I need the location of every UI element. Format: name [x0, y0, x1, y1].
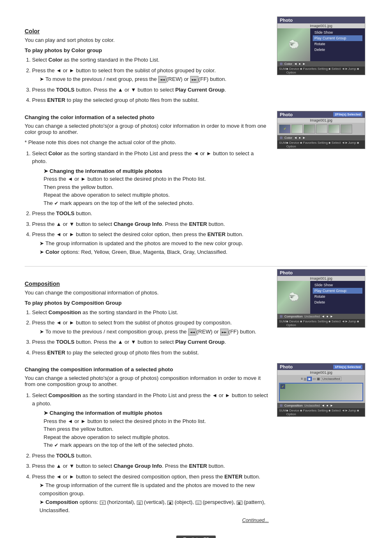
composition-change-section: Changing the composition information of …: [25, 363, 367, 523]
page: Color You can play and sort photos by co…: [0, 0, 392, 538]
ss-comp-bar: ≡ ||| ▣ ▭ ▦ Unclassified: [279, 377, 363, 381]
ss-filter-arrow2-4: ►: [330, 404, 333, 407]
ss-thumb-3: 🐑: [277, 281, 310, 314]
comp-step-2: Press the ◄ or ► button to select from t…: [32, 319, 269, 336]
ss-photo-label-1: Photo: [280, 18, 293, 23]
check-icon-4: ✓: [281, 385, 284, 389]
sheep-icon-1: 🐑: [288, 39, 300, 50]
color-change-desc: You can change a selected photo's(or a g…: [25, 123, 269, 135]
ss-menu-rotate-1: Rotate: [313, 41, 362, 47]
color-change-step-1: Select Color as the sorting standard in …: [32, 149, 269, 207]
composition-play-title: To play photos by Composition Group: [25, 300, 269, 306]
ss-header-1: Photo: [277, 17, 365, 23]
color-section: Color You can play and sort photos by co…: [25, 16, 367, 107]
ss-filter-sub-3: Unclassified: [304, 315, 320, 318]
color-change-screenshot: Photo 2File(s) Selected Image001.jpg ✓: [277, 111, 367, 149]
color-change-step-2: Press the TOOLS button.: [32, 209, 269, 218]
ss-sum-icons-2: ■ Device ■ Favorites Setting ■ Select ◄►…: [286, 141, 363, 148]
ss-thumb-1: 🐑: [277, 28, 310, 61]
comp-change-multi: ➤ Changing the information of multiple p…: [44, 409, 269, 449]
horiz-icon: ≡: [100, 501, 106, 505]
ss-filter-arrow2-2: ►: [302, 136, 306, 140]
comp-step-2-note: ➤ To move to the previous / next composi…: [39, 328, 269, 336]
ss-sum-2: SUM ■ Device ■ Favorites Setting ■ Selec…: [277, 140, 365, 149]
ss-filter-type-2: ⊟: [280, 136, 283, 140]
ss-big-thumb-4: ✓: [279, 383, 363, 401]
ss-sum-label-4: SUM: [279, 409, 286, 416]
ss-filter-arrow-4: ◄: [321, 404, 325, 407]
ff-icon: ►►: [190, 76, 198, 83]
ss-sum-icons-3: ■ Device ■ Favorites Setting ■ Select ◄►…: [286, 320, 363, 327]
rew-icon: ◄◄: [158, 76, 166, 83]
ss-filter-name-1: Color: [284, 62, 292, 66]
color-change-list: Select Color as the sorting standard in …: [32, 149, 269, 256]
ss-comp-icon-pat: ▦: [317, 377, 320, 381]
color-play-list: Select Color as the sorting standard in …: [32, 56, 269, 104]
ss-menu-3: Slide Show Play Current Group: Rotate De…: [310, 281, 365, 314]
ss-menu-rotate-3: Rotate: [313, 294, 362, 299]
ss-filter-arrow-2: ◄: [294, 136, 297, 140]
ss-thumb-grid-2: ✓: [277, 123, 365, 135]
ss-filter-name-4: Composition: [284, 404, 302, 407]
composition-desc: You can change the compositional informa…: [25, 290, 269, 296]
color-title: Color: [25, 28, 269, 34]
color-desc: You can play and sort photos by color.: [25, 37, 269, 43]
ss-filter-name-2: Color: [284, 136, 292, 140]
ss-sum-icons-1: ■ Device ■ Favorites Setting ■ Select ◄►…: [286, 67, 363, 74]
composition-section: Composition You can change the compositi…: [25, 269, 367, 359]
screenshot-color-change: Photo 2File(s) Selected Image001.jpg ✓: [277, 111, 365, 149]
color-text-col: Color You can play and sort photos by co…: [25, 16, 269, 107]
ss-sum-label-1: SUM: [279, 67, 286, 74]
composition-change-screenshot: Photo 1File(s) Selected Image001.jpg ≡ |…: [277, 363, 367, 417]
ss-sum-label-2: SUM: [279, 141, 286, 148]
ss-menu-playcurrent-3: Play Current Group:: [313, 288, 362, 294]
persp-icon: ▭: [196, 501, 201, 505]
color-change-text: Changing the color information of a sele…: [25, 111, 269, 259]
color-step-2: Press the ◄ or ► button to select from t…: [32, 67, 269, 83]
ss-sum-1: SUM ■ Device ■ Favorites Setting ■ Selec…: [277, 67, 365, 75]
sheep-icon-3: 🐑: [288, 292, 300, 303]
ss-comp-icon-o: ▣: [307, 377, 312, 381]
ss-filter-arrow-1: ◄: [294, 62, 297, 66]
ss-photo-area-1: 🐑 Slide Show Play Current Group Rotate D…: [277, 28, 365, 61]
color-change-title: Changing the color information of a sele…: [25, 114, 269, 120]
comp-change-note1: ➤ The group information of the current f…: [39, 481, 269, 497]
ss-filter-dot-4: ●: [326, 404, 328, 407]
comp-step-4: Press ENTER to play the selected group o…: [32, 349, 269, 357]
comp-change-step-3: Press the ▲ or ▼ button to select Change…: [32, 462, 269, 470]
ss-photo-label-3: Photo: [280, 270, 293, 275]
ss-filter-4: ⊟ Composition Unclassified ◄ ● ►: [277, 403, 365, 408]
screenshot-color-play: Photo Image001.jpg 🐑 Slide Show Play Cur…: [277, 16, 365, 75]
ss-comp-unclassified: Unclassified: [321, 377, 341, 381]
ss-filter-name-3: Composition: [284, 315, 302, 318]
color-change-section: Changing the color information of a sele…: [25, 111, 367, 259]
divider-1: [25, 266, 367, 267]
ss-menu-1: Slide Show Play Current Group Rotate Del…: [310, 28, 365, 61]
color-step-3: Press the TOOLS button. Press the ▲ or ▼…: [32, 86, 269, 94]
checkmark-1: ✔: [54, 200, 58, 206]
composition-change-text: Changing the composition information of …: [25, 363, 269, 523]
page-number-container: English - 75: [25, 536, 367, 538]
composition-change-list: Select Composition as the sorting standa…: [32, 391, 269, 514]
ss-grid-thumb-2: [291, 124, 303, 133]
ss-photo-label-2: Photo: [280, 112, 293, 117]
ss-filter-1: ⊟ Color ◄ ● ►: [277, 61, 365, 67]
continued-text: Continued...: [25, 517, 269, 523]
ss-filter-arrow2-3: ►: [330, 315, 333, 318]
ss-header-2: Photo 2File(s) Selected: [277, 111, 365, 118]
comp-step-3: Press the TOOLS button. Press the ▲ or ▼…: [32, 338, 269, 346]
color-change-note1: ➤ The group information is updated and t…: [39, 239, 269, 248]
color-change-step-4: Press the ◄ or ► button to select the de…: [32, 230, 269, 256]
color-step-4: Press ENTER to play the selected group o…: [32, 96, 269, 104]
ss-filter-arrow2-1: ►: [302, 62, 306, 66]
obj-icon: ▣: [167, 501, 173, 505]
composition-text-col: Composition You can change the compositi…: [25, 269, 269, 359]
ss-sum-3: SUM ■ Device ■ Favorites Setting ■ Selec…: [277, 319, 365, 327]
check-icon-1: ✓: [284, 127, 286, 131]
ff-icon-2: ►►: [220, 329, 228, 336]
screenshot-comp-change: Photo 1File(s) Selected Image001.jpg ≡ |…: [277, 363, 365, 417]
ss-content-4: ≡ ||| ▣ ▭ ▦ Unclassified ✓: [277, 375, 365, 403]
ss-comp-icon-h: ≡: [301, 377, 303, 381]
ss-grid-thumb-6: [341, 124, 352, 133]
composition-play-screenshot: Photo Image001.jpg 🐑 Slide Show Play Cur…: [277, 269, 367, 328]
